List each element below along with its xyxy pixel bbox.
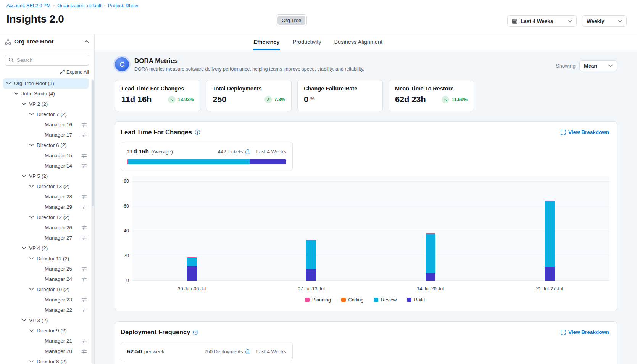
tab-efficiency[interactable]: Efficiency xyxy=(253,34,280,50)
tree-item[interactable]: Manager 25 xyxy=(3,264,89,274)
legend-item-build[interactable]: Build xyxy=(407,297,425,303)
tree-item[interactable]: Director 11 (2) xyxy=(3,253,89,264)
x-axis-labels: 30 Jun-06 Jul07 Jul-13 Jul14 Jul-20 Jul2… xyxy=(132,286,609,292)
tree-item-label: Manager 14 xyxy=(45,163,72,169)
tree-item[interactable]: VP 5 (2) xyxy=(3,171,89,181)
tree-item[interactable]: Manager 24 xyxy=(3,274,89,284)
filters-icon[interactable] xyxy=(81,266,87,272)
chevron-down-icon[interactable] xyxy=(21,245,27,251)
info-icon[interactable]: i xyxy=(245,149,250,154)
sidebar-collapse-chevron-icon[interactable] xyxy=(84,40,89,43)
tree-item[interactable]: Org Tree Root (1) xyxy=(3,78,89,89)
filters-icon[interactable] xyxy=(81,132,87,138)
tree-item[interactable]: Director 7 (2) xyxy=(3,109,89,119)
tree-item[interactable]: Manager 15 xyxy=(3,150,89,161)
chevron-down-icon[interactable] xyxy=(21,317,27,324)
sidebar-scrollbar-thumb[interactable] xyxy=(92,80,94,206)
legend-item-coding[interactable]: Coding xyxy=(341,297,364,303)
tree-item[interactable]: Director 8 (2) xyxy=(3,356,89,364)
tab-productivity[interactable]: Productivity xyxy=(293,34,321,50)
chevron-down-icon[interactable] xyxy=(28,111,34,118)
showing-label: Showing xyxy=(556,63,576,69)
tree-item[interactable]: Director 10 (2) xyxy=(3,284,89,295)
tree-item[interactable]: Manager 22 xyxy=(3,305,89,315)
bar-21 Jul-27 Jul[interactable] xyxy=(545,201,555,281)
info-icon[interactable]: i xyxy=(245,349,250,354)
legend-swatch xyxy=(341,298,346,302)
breadcrumb-organization-link[interactable]: Organization: default xyxy=(57,3,101,8)
tree-item[interactable]: Manager 17 xyxy=(3,130,89,140)
metric-value: 250 xyxy=(213,95,226,105)
granularity-select[interactable]: Weekly xyxy=(582,15,627,27)
dora-header: DORA Metrics DORA metrics measure softwa… xyxy=(115,57,617,72)
chevron-down-icon[interactable] xyxy=(28,328,34,334)
tree-item-label: Org Tree Root (1) xyxy=(14,81,54,86)
breadcrumb-project-link[interactable]: Project: Dhruv xyxy=(108,3,138,8)
tree-item[interactable]: Manager 28 xyxy=(3,192,89,202)
chevron-down-icon[interactable] xyxy=(21,101,27,107)
plot-area xyxy=(132,176,609,281)
info-icon[interactable]: i xyxy=(195,130,200,135)
chevron-down-icon[interactable] xyxy=(28,214,34,221)
tree-item[interactable]: VP 4 (2) xyxy=(3,243,89,253)
filters-icon[interactable] xyxy=(81,338,87,344)
tree-item[interactable]: Manager 16 xyxy=(3,119,89,130)
tree-item[interactable]: Manager 14 xyxy=(3,161,89,171)
legend-item-review[interactable]: Review xyxy=(374,297,397,303)
chevron-down-icon[interactable] xyxy=(28,359,34,364)
tree-item[interactable]: Manager 29 xyxy=(3,202,89,212)
tree-item[interactable]: Manager 23 xyxy=(3,295,89,305)
tree-item[interactable]: Manager 21 xyxy=(3,336,89,346)
tree-item[interactable]: Manager 27 xyxy=(3,233,89,243)
chevron-down-icon[interactable] xyxy=(28,142,34,148)
search-input[interactable] xyxy=(5,55,89,66)
lead-time-view-breakdown-link[interactable]: View Breakdown xyxy=(561,129,609,135)
info-icon[interactable]: i xyxy=(193,330,198,335)
filters-icon[interactable] xyxy=(81,122,87,127)
filters-icon[interactable] xyxy=(81,163,87,169)
filters-icon[interactable] xyxy=(81,235,87,241)
chevron-down-icon[interactable] xyxy=(21,173,27,179)
tree-item[interactable]: VP 2 (2) xyxy=(3,99,89,109)
gridline xyxy=(132,231,609,231)
expand-all-button[interactable]: Expand All xyxy=(0,69,89,75)
chevron-down-icon[interactable] xyxy=(13,91,19,97)
breadcrumb-account-link[interactable]: Account: SEI 2.0 PM xyxy=(6,3,50,8)
filters-icon[interactable] xyxy=(81,194,87,200)
legend-item-planning[interactable]: Planning xyxy=(305,297,331,303)
tree-item[interactable]: VP 3 (2) xyxy=(3,315,89,325)
filters-icon[interactable] xyxy=(81,348,87,354)
bar-segment-build xyxy=(545,267,555,281)
tree-item-label: Director 10 (2) xyxy=(37,287,69,292)
tree-item[interactable]: Manager 26 xyxy=(3,222,89,233)
filters-icon[interactable] xyxy=(81,153,87,158)
showing-select[interactable]: Mean xyxy=(579,60,617,71)
main-panel: Efficiency Productivity Business Alignme… xyxy=(95,34,637,364)
deployment-view-breakdown-link[interactable]: View Breakdown xyxy=(561,329,609,335)
tree-item-label: Director 8 (2) xyxy=(37,359,67,364)
org-tree-button[interactable]: Org Tree xyxy=(277,16,305,25)
tree-item-label: VP 3 (2) xyxy=(29,317,48,323)
bar-30 Jun-06 Jul[interactable] xyxy=(187,257,197,281)
date-range-select[interactable]: Last 4 Weeks xyxy=(507,15,577,27)
tab-business-alignment[interactable]: Business Alignment xyxy=(334,34,382,50)
tree-item[interactable]: Director 13 (2) xyxy=(3,181,89,192)
chevron-down-icon[interactable] xyxy=(28,184,34,190)
filters-icon[interactable] xyxy=(81,204,87,210)
filters-icon[interactable] xyxy=(81,225,87,230)
filters-icon[interactable] xyxy=(81,297,87,303)
tree-item[interactable]: Director 6 (2) xyxy=(3,140,89,150)
chevron-down-icon[interactable] xyxy=(5,81,11,87)
chevron-down-icon[interactable] xyxy=(28,287,34,293)
sidebar-scrollbar[interactable] xyxy=(91,79,94,364)
bar-07 Jul-13 Jul[interactable] xyxy=(306,240,316,281)
filters-icon[interactable] xyxy=(81,276,87,282)
tree-item[interactable]: John Smith (4) xyxy=(3,89,89,99)
tree-item[interactable]: Director 9 (2) xyxy=(3,325,89,336)
metric-value: 0 xyxy=(304,95,308,105)
chevron-down-icon[interactable] xyxy=(28,256,34,262)
tree-item[interactable]: Director 12 (2) xyxy=(3,212,89,222)
tree-item[interactable]: Manager 20 xyxy=(3,346,89,356)
bar-14 Jul-20 Jul[interactable] xyxy=(426,233,435,281)
filters-icon[interactable] xyxy=(81,307,87,313)
